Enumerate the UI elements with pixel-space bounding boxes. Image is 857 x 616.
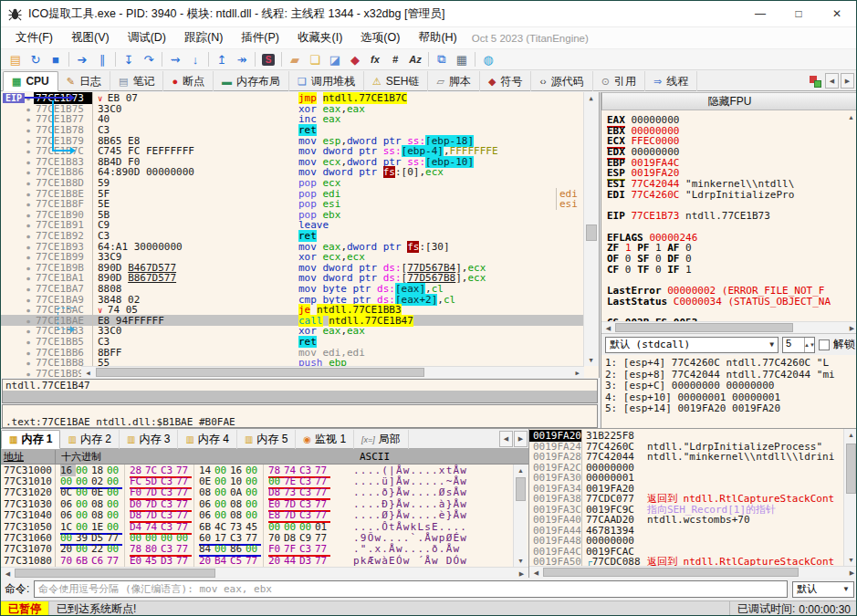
dump-byte[interactable]: 60: [199, 532, 214, 544]
command-input[interactable]: [34, 580, 788, 598]
dump-byte[interactable]: 00: [76, 509, 91, 521]
scroll-down-icon[interactable]: ▼: [514, 555, 528, 567]
dump-byte[interactable]: C3: [299, 498, 315, 510]
dump-row[interactable]: 77C310200C000E00F07DC37708000A00D873C377…: [1, 487, 512, 498]
dump-byte[interactable]: C6: [91, 555, 107, 567]
dump-byte[interactable]: 7D: [145, 509, 161, 521]
tab-memory-map[interactable]: ▬内存布局: [214, 71, 289, 91]
register-line[interactable]: EIP 77CE1B73 ntdll.77CE1B73: [607, 210, 842, 221]
dump-rows[interactable]: 77C3100016001800287CC377140016007874C377…: [1, 465, 512, 567]
dump-byte[interactable]: 00: [76, 465, 91, 476]
dump-byte[interactable]: C3: [299, 475, 315, 487]
maximize-button[interactable]: □: [779, 1, 818, 27]
menu-item-收[interactable]: 收藏夹(I): [288, 30, 351, 46]
tab-cpu[interactable]: ▦CPU: [3, 71, 58, 91]
menu-item-插[interactable]: 插件(P): [232, 30, 288, 46]
calculator-icon[interactable]: ▦: [452, 50, 472, 68]
tab-threads[interactable]: ⇒线程: [645, 71, 697, 91]
dump-byte[interactable]: 74: [284, 465, 299, 476]
disasm-row[interactable]: ●77CE1B9933C9xor ecx,ecx: [1, 252, 584, 263]
dump-row[interactable]: 77C31070200022007880C37784008600F07FC377…: [1, 544, 512, 555]
dump-byte[interactable]: 00: [214, 543, 230, 555]
argument-row[interactable]: 5: [esp+14] 0019FA20 0019FA20: [605, 402, 848, 414]
locals-tab[interactable]: [x=]局部: [354, 430, 409, 449]
dump-byte[interactable]: 77: [107, 532, 122, 544]
register-line[interactable]: EFLAGS 00000246: [607, 232, 842, 243]
disasm-row[interactable]: ●77CE1B8F5Epop esiesi: [1, 199, 584, 210]
register-line[interactable]: EBX 00000000: [607, 125, 842, 136]
dump-byte[interactable]: 45: [246, 521, 261, 533]
disassembly-pane[interactable]: ●77CE1B73∨ EB 07jmp ntdll.77CE1B7C●77CE1…: [1, 92, 600, 378]
dump-byte[interactable]: E0: [130, 555, 145, 567]
dump-vscroll-thumb[interactable]: [516, 477, 526, 501]
dump-byte[interactable]: 0A: [230, 486, 246, 498]
dump-byte[interactable]: 06: [60, 498, 76, 510]
disasm-row[interactable]: ●77CE1BB68BFFmov edi,edi: [1, 347, 584, 358]
dump-byte[interactable]: D8: [268, 486, 284, 498]
disasm-row[interactable]: ●77CE1BA78808mov byte ptr ds:[eax],cl: [1, 284, 584, 295]
menu-item-选[interactable]: 选项(O): [351, 30, 409, 46]
dump-byte[interactable]: D4: [130, 521, 145, 533]
register-line[interactable]: LastError 00000002 (ERROR_FILE_NOT_F: [607, 285, 842, 296]
dump-byte[interactable]: 00: [145, 532, 161, 544]
dump-byte[interactable]: 77: [315, 532, 330, 544]
scroll-up-icon[interactable]: ▲: [844, 429, 857, 441]
menu-item-视[interactable]: 视图(V): [62, 30, 119, 46]
disasm-row[interactable]: ●77CE1B78C3ret: [1, 125, 584, 136]
breakpoint-dot-icon[interactable]: ●: [23, 138, 34, 144]
dump-byte[interactable]: 44: [284, 555, 299, 567]
dump-byte[interactable]: C3: [161, 465, 176, 476]
breakpoint-dot-icon[interactable]: ●: [23, 201, 34, 207]
breakpoint-dot-icon[interactable]: ●: [23, 127, 34, 133]
dump-byte[interactable]: 08: [91, 498, 107, 510]
disasm-row[interactable]: ●77CE1B798B65 E8mov esp,dword ptr ss:[eb…: [1, 135, 584, 146]
scroll-right-icon[interactable]: ▶: [570, 367, 584, 378]
dump-byte[interactable]: 08: [199, 486, 214, 498]
register-line[interactable]: OF 0 SF 0 DF 0: [607, 253, 842, 264]
registers-list[interactable]: EAX 00000000EBX 00000000ECX FFEC0000EDX …: [607, 114, 842, 322]
argument-row[interactable]: 4: [esp+10] 00000001 00000001: [605, 392, 848, 403]
scroll-down-icon[interactable]: ▼: [844, 554, 857, 566]
dump-byte[interactable]: 00: [214, 486, 230, 498]
dump-row[interactable]: 77C3103006000800D07DC37706000800E07DC377…: [1, 498, 512, 509]
dump-tab-2[interactable]: ▥内存 2: [60, 430, 119, 449]
disasm-hscroll-thumb[interactable]: [96, 368, 424, 377]
disasm-row[interactable]: ●77CE1BAC∨ 74 05je ntdll.77CE1BB3: [1, 305, 584, 316]
dump-byte[interactable]: 45: [145, 555, 161, 567]
dump-row[interactable]: 77C310600039D577000000006017C37770D8C977…: [1, 532, 512, 543]
tab-call-stack[interactable]: ❏调用堆栈: [289, 71, 364, 91]
dump-byte[interactable]: 00: [76, 521, 91, 533]
dump-byte[interactable]: D5: [91, 532, 107, 544]
registers-hscroll-thumb[interactable]: [615, 323, 793, 332]
dump-byte[interactable]: 18: [91, 465, 107, 476]
dump-byte[interactable]: 00: [246, 475, 261, 487]
dump-byte[interactable]: 00: [107, 509, 122, 521]
dump-byte[interactable]: 00: [107, 521, 122, 533]
tab-log[interactable]: ✎日志: [58, 71, 110, 91]
execute-till-return-icon[interactable]: ↓: [185, 50, 205, 68]
scroll-up-icon[interactable]: ▲: [584, 92, 598, 104]
dump-byte[interactable]: 00: [76, 543, 91, 555]
log-window-icon[interactable]: S: [258, 50, 278, 68]
dump-byte[interactable]: 08: [230, 509, 246, 521]
register-line[interactable]: [607, 200, 842, 211]
menu-item-跟[interactable]: 跟踪(N): [175, 30, 232, 46]
dump-byte[interactable]: 86: [230, 543, 246, 555]
stack-vscroll-thumb[interactable]: [846, 444, 856, 494]
dump-byte[interactable]: 5D: [145, 475, 161, 487]
dump-byte[interactable]: 0C: [60, 486, 76, 498]
disasm-row[interactable]: ●77CE1B9364:A1 30000000mov eax,dword ptr…: [1, 241, 584, 252]
disasm-row[interactable]: ●77CE1B838B4D F0mov ecx,dword ptr ss:[eb…: [1, 157, 584, 168]
register-line[interactable]: ZF 1 PF 1 AF 0: [607, 242, 842, 253]
dump-row[interactable]: 77C310501C001E00D474C3776B4C734500000001…: [1, 521, 512, 532]
dump-byte[interactable]: 16: [230, 465, 246, 476]
breakpoint-dot-icon[interactable]: ●: [23, 222, 34, 228]
dump-byte[interactable]: 77: [176, 465, 192, 476]
dump-byte[interactable]: 28: [130, 465, 145, 476]
dump-byte[interactable]: 20: [60, 543, 76, 555]
dump-byte[interactable]: 00: [246, 509, 261, 521]
scroll-left-icon[interactable]: ◀: [81, 367, 95, 378]
breakpoint-dot-icon[interactable]: ●: [23, 275, 34, 281]
dump-byte[interactable]: 00: [176, 532, 192, 544]
breakpoint-dot-icon[interactable]: ●: [23, 244, 34, 250]
